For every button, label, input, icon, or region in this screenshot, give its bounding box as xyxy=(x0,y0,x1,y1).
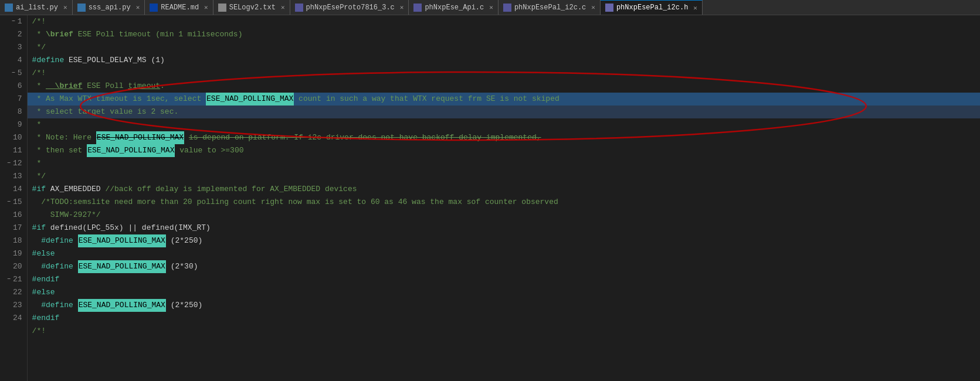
code-line-17: #define ESE_NAD_POLLING_MAX (2*250) xyxy=(28,234,980,247)
tab-close[interactable]: ✕ xyxy=(591,4,595,11)
tab-label: phNxpEsePal_i2c.c xyxy=(514,4,586,12)
code-line-8: * select target value is 2 sec. xyxy=(28,106,980,118)
code-line-9: * xyxy=(28,118,980,131)
code-line-2: * \brief ESE Poll timeout (min 1 milisec… xyxy=(28,28,980,41)
fold-icon[interactable]: − xyxy=(9,67,15,80)
tab-close[interactable]: ✕ xyxy=(204,4,208,11)
code-line-10: * Note: Here ESE_NAD_POLLING_MAX is depe… xyxy=(28,131,980,144)
code-line-11: * then set ESE_NAD_POLLING_MAX value to … xyxy=(28,144,980,157)
code-line-16: #if defined(LPC_55x) || defined(IMX_RT) xyxy=(28,222,980,234)
tab-close[interactable]: ✕ xyxy=(281,4,285,11)
tab-close[interactable]: ✕ xyxy=(400,4,404,11)
code-line-19: #define ESE_NAD_POLLING_MAX (2*30) xyxy=(28,260,980,273)
tab-icon-c xyxy=(295,4,303,12)
tab-label: ai_list.py xyxy=(16,4,58,12)
code-line-21: #else xyxy=(28,286,980,299)
tab-label: phNxpEseProto7816_3.c xyxy=(306,4,395,12)
tab-close[interactable]: ✕ xyxy=(489,4,493,11)
editor-container: /*! * \brief ESE Poll timeout (min 1 mil… xyxy=(28,15,980,381)
tab-api[interactable]: phNxpEse_Api.c ✕ xyxy=(409,0,498,15)
tab-icon-h xyxy=(605,4,613,12)
tab-close[interactable]: ✕ xyxy=(693,4,697,12)
code-line-1: /*! xyxy=(28,15,980,28)
tab-proto[interactable]: phNxpEseProto7816_3.c ✕ xyxy=(290,0,409,15)
tab-close[interactable]: ✕ xyxy=(63,4,67,11)
tab-icon-c2 xyxy=(413,4,422,12)
tab-label: SELogv2.txt xyxy=(229,4,276,12)
tab-bar: ai_list.py ✕ sss_api.py ✕ README.md ✕ SE… xyxy=(0,0,980,15)
code-line-11b: * xyxy=(28,157,980,170)
code-line-12: */ xyxy=(28,170,980,183)
fold-icon[interactable]: − xyxy=(5,196,11,209)
tab-icon-c3 xyxy=(503,4,511,12)
tab-ai-list[interactable]: ai_list.py ✕ xyxy=(0,0,73,15)
fold-icon[interactable]: − xyxy=(5,273,11,286)
code-line-20: #endif xyxy=(28,273,980,286)
code-line-5: /*! xyxy=(28,67,980,80)
tab-pal-i2c-h[interactable]: phNxpEsePal_i2c.h ✕ xyxy=(601,0,703,15)
tab-sss-api[interactable]: sss_api.py ✕ xyxy=(73,0,145,15)
code-line-14: /*TODO:semslite need more than 20 pollin… xyxy=(28,196,980,209)
tab-icon-md xyxy=(150,4,158,12)
code-line-22: #define ESE_NAD_POLLING_MAX (2*250) xyxy=(28,299,980,312)
code-line-7: * As Max WTX timeout is 1sec, select ESE… xyxy=(28,93,980,106)
code-line-18: #else xyxy=(28,247,980,260)
code-lines: /*! * \brief ESE Poll timeout (min 1 mil… xyxy=(28,15,980,338)
code-line-3: */ xyxy=(28,41,980,54)
tab-icon-txt xyxy=(218,4,226,12)
editor: −1 2 3 4 −5 6 7 8 9 10 11 −12 13 14 −15 … xyxy=(0,15,980,381)
tab-selogv2[interactable]: SELogv2.txt ✕ xyxy=(213,0,290,15)
tab-label: phNxpEse_Api.c xyxy=(425,4,484,12)
code-line-23: #endif xyxy=(28,312,980,325)
fold-icon[interactable]: − xyxy=(5,157,11,170)
line-numbers: −1 2 3 4 −5 6 7 8 9 10 11 −12 13 14 −15 … xyxy=(0,15,28,381)
tab-readme[interactable]: README.md ✕ xyxy=(145,0,213,15)
tab-pal-i2c-c[interactable]: phNxpEsePal_i2c.c ✕ xyxy=(499,0,601,15)
code-line-4: #define ESE_POLL_DELAY_MS (1) xyxy=(28,54,980,67)
tab-icon-py2 xyxy=(77,4,86,12)
code-line-15: SIMW-2927*/ xyxy=(28,209,980,222)
tab-label: sss_api.py xyxy=(89,4,131,12)
code-area[interactable]: /*! * \brief ESE Poll timeout (min 1 mil… xyxy=(28,15,980,338)
fold-icon[interactable]: − xyxy=(9,15,15,28)
code-line-6: * \brief ESE Poll timeout. xyxy=(28,80,980,93)
tab-label: phNxpEsePal_i2c.h xyxy=(616,4,688,12)
code-line-24: /*! xyxy=(28,325,980,338)
tab-icon-py xyxy=(5,4,13,12)
tab-label: README.md xyxy=(161,4,199,12)
code-line-13: #if AX_EMBEDDED //back off delay is impl… xyxy=(28,183,980,196)
tab-close[interactable]: ✕ xyxy=(136,4,140,11)
